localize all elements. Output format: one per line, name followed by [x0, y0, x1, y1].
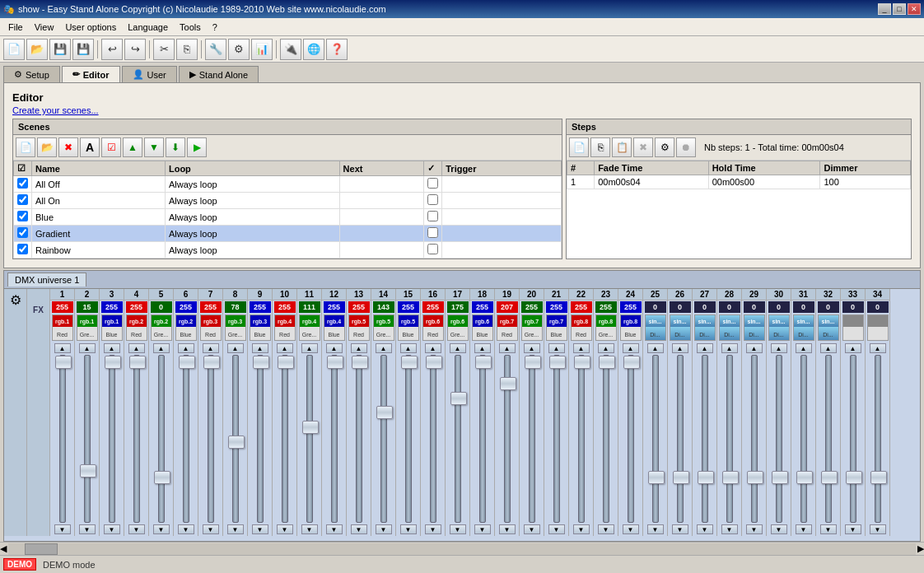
channel-label[interactable]: rgb.8 Gre...: [595, 314, 617, 341]
fader-track[interactable]: [232, 355, 239, 523]
fader-track[interactable]: [529, 355, 535, 523]
gear-icon[interactable]: ⚙: [10, 292, 21, 308]
scene-checkbox[interactable]: [14, 193, 32, 209]
fader-track[interactable]: [183, 355, 189, 523]
fader-thumb[interactable]: [80, 464, 96, 478]
fader-track[interactable]: [356, 355, 362, 523]
fader-thumb[interactable]: [796, 471, 813, 484]
fader-down-btn[interactable]: ▼: [301, 524, 318, 534]
fader-down-btn[interactable]: ▼: [277, 524, 293, 534]
channel-label[interactable]: sin... Di...: [793, 314, 814, 341]
tab-setup[interactable]: ⚙ Setup: [3, 66, 60, 82]
scene-checkbox[interactable]: [14, 176, 32, 193]
scene-row[interactable]: All Off Always loop: [14, 176, 562, 193]
fader-track[interactable]: [306, 355, 313, 523]
fader-thumb[interactable]: [549, 356, 566, 369]
fader-track[interactable]: [430, 355, 436, 523]
fader-thumb[interactable]: [450, 392, 467, 405]
close-button[interactable]: ✕: [908, 3, 921, 15]
channel-label[interactable]: [842, 314, 864, 341]
fader-down-btn[interactable]: ▼: [450, 524, 466, 534]
fader-track[interactable]: [875, 355, 881, 523]
fader-up-btn[interactable]: ▲: [400, 343, 417, 353]
fader-down-btn[interactable]: ▼: [227, 524, 244, 534]
fader-up-btn[interactable]: ▲: [376, 343, 392, 353]
channel-label[interactable]: rgb.6 Blue: [472, 314, 493, 341]
fader-down-btn[interactable]: ▼: [203, 524, 219, 534]
fader-thumb[interactable]: [278, 356, 294, 369]
fader-down-btn[interactable]: ▼: [697, 524, 713, 534]
fader-down-btn[interactable]: ▼: [598, 524, 614, 534]
scene-checkbox[interactable]: [14, 242, 32, 259]
fader-thumb[interactable]: [129, 356, 146, 369]
scenes-open-btn[interactable]: 📂: [37, 137, 57, 157]
fader-track[interactable]: [850, 355, 856, 523]
new-button[interactable]: 📄: [3, 39, 25, 60]
fader-up-btn[interactable]: ▲: [796, 343, 812, 353]
fader-thumb[interactable]: [772, 471, 788, 484]
menu-help[interactable]: ?: [208, 21, 222, 34]
maximize-button[interactable]: □: [893, 3, 906, 15]
fader-thumb[interactable]: [352, 356, 368, 369]
save2-button[interactable]: 💾: [72, 39, 94, 60]
channel-label[interactable]: sin... Di...: [670, 314, 691, 341]
channel-label[interactable]: rgb.7 Red: [497, 314, 518, 341]
scene-row[interactable]: Gradient Always loop: [14, 226, 562, 242]
fader-thumb[interactable]: [253, 356, 269, 369]
fader-up-btn[interactable]: ▲: [548, 343, 565, 353]
channel-label[interactable]: rgb.3 Red: [200, 314, 222, 341]
scenes-new-btn[interactable]: 📄: [16, 137, 35, 157]
menu-language[interactable]: Language: [123, 21, 173, 34]
fader-up-btn[interactable]: ▲: [54, 343, 71, 353]
fader-up-btn[interactable]: ▲: [301, 343, 318, 353]
steps-new-btn[interactable]: 📄: [569, 137, 589, 157]
scroll-left-btn[interactable]: ◀: [0, 543, 7, 554]
connect-button[interactable]: 🔌: [280, 39, 301, 60]
channel-label[interactable]: rgb.1 Gre...: [77, 314, 98, 341]
steps-settings-btn[interactable]: ⚙: [655, 137, 674, 157]
steps-paste-btn[interactable]: 📋: [612, 137, 632, 157]
steps-delete-btn[interactable]: ✖: [633, 137, 653, 157]
fader-track[interactable]: [405, 355, 412, 523]
fader-up-btn[interactable]: ▲: [672, 343, 688, 353]
channel-label[interactable]: sin... Di...: [744, 314, 765, 341]
fader-down-btn[interactable]: ▼: [153, 524, 170, 534]
scroll-right-btn[interactable]: ▶: [917, 543, 924, 554]
fader-track[interactable]: [578, 355, 585, 523]
fader-track[interactable]: [84, 355, 91, 523]
fader-down-btn[interactable]: ▼: [425, 524, 441, 534]
fader-thumb[interactable]: [673, 471, 689, 484]
cut-button[interactable]: ✂: [153, 39, 175, 60]
fader-track[interactable]: [677, 355, 684, 523]
fader-track[interactable]: [726, 355, 733, 523]
fader-up-btn[interactable]: ▲: [845, 343, 861, 353]
tool2-button[interactable]: ⚙: [228, 39, 250, 60]
fader-up-btn[interactable]: ▲: [326, 343, 343, 353]
scene-row[interactable]: Blue Always loop: [14, 209, 562, 226]
fader-up-btn[interactable]: ▲: [450, 343, 466, 353]
fader-thumb[interactable]: [179, 356, 195, 369]
channel-label[interactable]: rgb.1 Blue: [101, 314, 123, 341]
fader-down-btn[interactable]: ▼: [376, 524, 392, 534]
fader-down-btn[interactable]: ▼: [573, 524, 590, 534]
fader-down-btn[interactable]: ▼: [672, 524, 688, 534]
fader-track[interactable]: [257, 355, 264, 523]
fader-up-btn[interactable]: ▲: [104, 343, 120, 353]
fader-thumb[interactable]: [154, 471, 170, 484]
fader-thumb[interactable]: [475, 356, 492, 369]
fader-up-btn[interactable]: ▲: [623, 343, 639, 353]
fader-track[interactable]: [208, 355, 214, 523]
fader-thumb[interactable]: [55, 356, 72, 369]
fader-thumb[interactable]: [698, 471, 714, 484]
undo-button[interactable]: ↩: [101, 39, 123, 60]
fader-up-btn[interactable]: ▲: [598, 343, 614, 353]
fader-thumb[interactable]: [747, 471, 763, 484]
menu-view[interactable]: View: [30, 21, 59, 34]
channel-label[interactable]: sin... Di...: [818, 314, 839, 341]
fader-down-btn[interactable]: ▼: [79, 524, 96, 534]
fader-up-btn[interactable]: ▲: [573, 343, 590, 353]
fader-track[interactable]: [282, 355, 288, 523]
fader-thumb[interactable]: [648, 471, 665, 484]
fader-thumb[interactable]: [228, 436, 245, 449]
fader-down-btn[interactable]: ▼: [54, 524, 71, 534]
